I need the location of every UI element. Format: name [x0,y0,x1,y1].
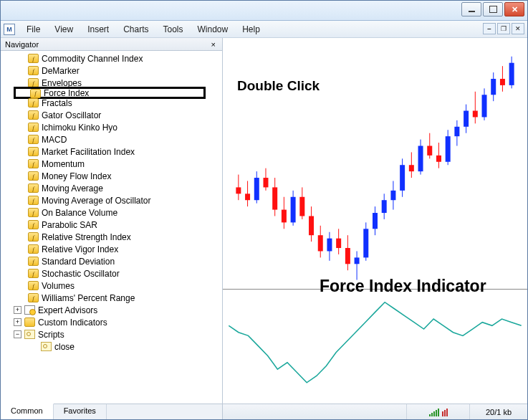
indicator-williams-percent-range[interactable]: fWilliams' Percent Range [1,292,222,304]
category-custom-indicators[interactable]: +Custom Indicators [1,316,222,328]
indicator-standard-deviation[interactable]: fStandard Deviation [1,255,222,267]
indicator-icon: f [28,269,39,278]
navigator-titlebar: Navigator × [1,38,222,51]
menu-window[interactable]: Window [191,22,236,37]
force-index-subchart[interactable] [223,289,527,393]
tree-item-label: Volumes [42,281,75,291]
navigator-close-button[interactable]: × [209,40,218,49]
indicator-icon: f [28,257,39,266]
navigator-panel: Navigator × fCommodity Channel IndexfDeM… [1,38,223,419]
tree-item-label: Parabolic SAR [42,220,97,230]
script-icon [41,342,52,351]
indicator-icon: f [28,293,39,302]
mdi-restore-button[interactable]: ❐ [497,23,510,34]
tree-item-label: Relative Strength Index [42,232,131,242]
svg-rect-19 [318,235,323,251]
tree-item-label: Scripts [38,330,64,340]
menu-view[interactable]: View [47,22,80,37]
indicator-ichimoku-kinko-hyo[interactable]: fIchimoku Kinko Hyo [1,121,222,133]
candlestick-chart[interactable] [223,38,527,289]
connection-indicator[interactable] [407,404,470,419]
tree-item-label: Money Flow Index [42,171,111,181]
svg-rect-7 [263,178,268,187]
tree-item-label: Stochastic Oscillator [42,269,120,279]
ci-icon-icon [24,318,35,327]
tree-item-label: MACD [42,135,67,145]
indicator-market-facilitation-index[interactable]: fMarket Facilitation Index [1,145,222,158]
svg-rect-53 [473,111,478,118]
indicator-moving-average-of-oscillator[interactable]: fMoving Average of Oscillator [1,194,222,206]
window-minimize-button[interactable] [461,2,481,16]
tree-item-label: Standard Deviation [42,257,115,267]
tree-item-label: Relative Vigor Index [42,244,118,254]
svg-rect-29 [363,229,368,257]
tab-common[interactable]: Common [1,404,54,419]
svg-rect-61 [509,63,514,85]
navigator-title: Navigator [5,40,39,49]
tree-item-label: Commodity Channel Index [42,54,143,64]
navigator-tabs: Common Favorites [1,404,222,419]
tree-item-label: Moving Average of Oscillator [42,196,151,206]
mdi-minimize-button[interactable]: ‒ [483,23,496,34]
indicator-demarker[interactable]: fDeMarker [1,65,222,77]
window-titlebar[interactable] [1,1,527,21]
svg-rect-27 [355,257,360,264]
tree-item-label: DeMarker [42,66,80,76]
menu-tools[interactable]: Tools [156,22,191,37]
indicator-icon: f [28,123,39,132]
indicator-icon: f [28,183,39,193]
category-scripts[interactable]: −Scripts [1,328,222,340]
indicator-icon: f [28,54,39,63]
indicator-momentum[interactable]: fMomentum [1,158,222,170]
mdi-close-button[interactable]: ✕ [512,23,524,34]
tab-favorites[interactable]: Favorites [54,404,107,419]
tree-item-label: Market Facilitation Index [42,147,135,157]
indicator-on-balance-volume[interactable]: fOn Balance Volume [1,206,222,219]
menu-help[interactable]: Help [235,22,267,37]
svg-rect-45 [436,156,441,162]
svg-rect-37 [400,165,405,191]
svg-rect-25 [345,248,350,264]
tree-expander[interactable]: + [14,306,21,314]
svg-rect-33 [382,200,387,213]
chart-area[interactable]: 20/1 kb [223,38,527,419]
menu-insert[interactable]: Insert [80,22,116,37]
window-close-button[interactable] [504,2,524,16]
menu-charts[interactable]: Charts [116,22,155,37]
indicator-money-flow-index[interactable]: fMoney Flow Index [1,170,222,182]
script-close[interactable]: close [1,340,222,353]
indicator-commodity-channel-index[interactable]: fCommodity Channel Index [1,52,222,65]
indicator-volumes[interactable]: fVolumes [1,280,222,292]
indicator-icon: f [28,232,39,242]
tree-item-label: Expert Advisors [38,305,97,315]
indicator-relative-strength-index[interactable]: fRelative Strength Index [1,231,222,243]
navigator-tree[interactable]: fCommodity Channel IndexfDeMarkerfEnvelo… [1,51,222,404]
svg-rect-35 [390,191,395,200]
category-expert-advisors[interactable]: +Expert Advisors [1,304,222,316]
indicator-icon: f [28,98,39,108]
tree-expander[interactable]: + [14,318,21,326]
indicator-relative-vigor-index[interactable]: fRelative Vigor Index [1,243,222,255]
indicator-fractals[interactable]: fFractals [1,97,222,109]
svg-rect-51 [464,111,469,127]
tree-expander[interactable]: − [14,330,21,338]
svg-rect-31 [373,213,378,229]
svg-rect-55 [482,95,487,117]
indicator-gator-oscillator[interactable]: fGator Oscillator [1,109,222,121]
svg-rect-9 [272,187,277,209]
svg-rect-11 [282,210,287,223]
menu-file[interactable]: File [19,22,47,37]
svg-rect-59 [500,79,505,85]
tree-item-label: Williams' Percent Range [42,293,135,303]
svg-rect-47 [446,136,451,162]
indicator-stochastic-oscillator[interactable]: fStochastic Oscillator [1,267,222,280]
svg-rect-49 [454,127,459,136]
indicator-macd[interactable]: fMACD [1,133,222,145]
indicator-parabolic-sar[interactable]: fParabolic SAR [1,219,222,231]
tree-item-label: Fractals [42,98,72,108]
svg-rect-43 [427,146,432,156]
svg-rect-15 [299,197,304,216]
indicator-icon: f [28,196,39,205]
window-maximize-button[interactable] [483,2,503,16]
indicator-moving-average[interactable]: fMoving Average [1,182,222,194]
